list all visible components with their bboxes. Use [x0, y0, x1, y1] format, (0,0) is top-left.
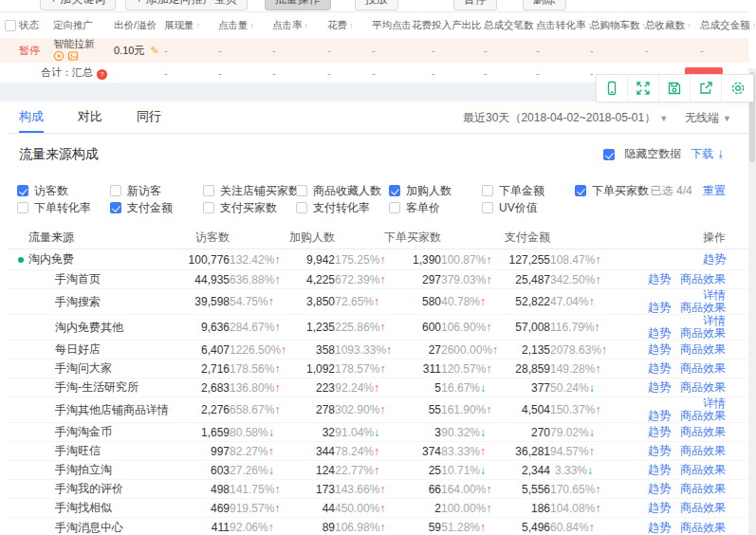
tab-同行[interactable]: 同行 [137, 101, 161, 133]
metric-checkbox[interactable] [17, 185, 28, 196]
metric-checkbox[interactable] [110, 202, 121, 213]
metric-filter-item[interactable]: 下单金额 [482, 182, 575, 199]
metric-filter-item[interactable]: 访客数 [17, 182, 110, 199]
metric-checkbox[interactable] [17, 202, 28, 213]
metric-filter-item[interactable]: 客单价 [389, 199, 482, 216]
download-link[interactable]: 下载 ⭳ [691, 146, 726, 162]
ad-column-header[interactable]: 投入产出比↑ [432, 19, 484, 32]
fullscreen-tool[interactable] [628, 75, 659, 101]
ad-column-header[interactable]: 展现量↑ [164, 19, 218, 32]
save-tool[interactable] [659, 75, 691, 101]
metric-filter-item[interactable]: 支付转化率 [296, 199, 389, 216]
help-icon[interactable]: ? [97, 69, 107, 80]
ad-column-header[interactable]: 总成交金额↑ [700, 19, 753, 32]
op-link[interactable]: 商品效果 [680, 302, 726, 314]
op-link[interactable]: 趋势 [648, 443, 671, 459]
op-link[interactable]: 趋势 [648, 271, 671, 287]
metric-checkbox[interactable] [110, 185, 121, 196]
op-link[interactable]: 商品效果 [680, 379, 726, 396]
ad-column-header[interactable]: 总购物车数↑ [590, 19, 645, 32]
op-link[interactable]: 趋势 [648, 481, 671, 497]
op-link[interactable]: 趋势 [648, 360, 671, 377]
op-link[interactable]: 趋势 [648, 302, 671, 314]
ad-toolbar-button[interactable]: 删除 [523, 0, 566, 10]
op-link[interactable]: 商品效果 [680, 500, 726, 516]
op-link[interactable]: 趋势 [703, 251, 726, 268]
metric-checkbox[interactable] [482, 185, 493, 196]
op-link[interactable]: 趋势 [648, 379, 671, 396]
reset-link[interactable]: 重置 [703, 184, 726, 197]
export-tool[interactable] [691, 75, 722, 101]
ad-column-header[interactable]: 出价/溢价 [114, 19, 164, 32]
sort-arrow-icon[interactable]: ↑ [349, 21, 354, 30]
tab-对比[interactable]: 对比 [78, 101, 102, 133]
ad-column-header[interactable]: 总成交笔数↑ [484, 19, 536, 32]
op-link[interactable]: 商品效果 [680, 462, 726, 478]
op-link[interactable]: 趋势 [648, 462, 671, 478]
creative-image-icon[interactable] [67, 50, 79, 62]
ad-toolbar-button[interactable]: + 添加定向推广宝贝 [125, 0, 247, 10]
ad-toolbar-button[interactable]: + 加关键词 [40, 0, 116, 10]
op-link[interactable]: 商品效果 [680, 443, 726, 459]
hide-empty-checkbox[interactable] [603, 149, 615, 160]
metric-filter-item[interactable]: 关注店铺买家数 [203, 182, 296, 199]
sort-arrow-icon[interactable]: ↑ [196, 21, 201, 30]
metric-checkbox[interactable] [296, 202, 307, 213]
op-link[interactable]: 商品效果 [680, 481, 726, 497]
metric-filter-item[interactable]: 加购人数 [389, 182, 482, 199]
metric-filter-item[interactable]: 支付买家数 [203, 199, 296, 216]
sort-arrow-icon[interactable]: ↑ [752, 21, 756, 30]
op-link[interactable]: 趋势 [648, 500, 671, 516]
settings-tool[interactable] [722, 75, 753, 101]
metric-value: 9,636 [180, 321, 230, 334]
ad-column-header[interactable]: 平均点击花费↑ [372, 19, 432, 32]
metric-filter-item[interactable]: 支付金额 [110, 199, 203, 216]
ad-column-header[interactable]: 点击转化率↑ [536, 19, 590, 32]
metric-filter-item[interactable]: 下单转化率 [17, 199, 110, 216]
op-link[interactable]: 商品效果 [680, 410, 726, 422]
op-link[interactable]: 商品效果 [680, 360, 726, 377]
sort-arrow-icon[interactable]: ↑ [304, 21, 309, 30]
ad-column-header[interactable]: 定向推广 [53, 19, 114, 32]
op-link[interactable]: 趋势 [648, 424, 671, 440]
metric-checkbox[interactable] [203, 202, 214, 213]
op-link[interactable]: 趋势 [648, 410, 671, 422]
op-link[interactable]: 趋势 [648, 520, 671, 535]
metric-checkbox[interactable] [296, 185, 307, 196]
select-all-checkbox[interactable] [5, 20, 16, 31]
ad-toolbar-button[interactable]: 批量操作 [265, 0, 331, 10]
metric-checkbox[interactable] [575, 185, 586, 196]
edit-bid-icon[interactable]: ✎ [150, 45, 158, 56]
metric-checkbox[interactable] [203, 185, 214, 196]
op-link[interactable]: 商品效果 [680, 520, 726, 535]
ad-column-header[interactable]: 点击量↑ [218, 19, 272, 32]
sort-arrow-icon[interactable]: ↑ [250, 21, 255, 30]
ad-toolbar-button[interactable]: 投放 [355, 0, 398, 10]
tab-构成[interactable]: 构成 [19, 101, 44, 133]
op-link[interactable]: 商品效果 [680, 271, 726, 287]
mobile-preview-tool[interactable] [597, 75, 628, 101]
terminal-dropdown[interactable]: 无线端▼ [685, 110, 731, 126]
op-link[interactable]: 商品效果 [680, 327, 726, 340]
metric-filter-item[interactable]: UV价值 [482, 199, 575, 216]
ad-column-header[interactable]: 点击率↑ [272, 19, 327, 32]
sort-arrow-icon[interactable]: ↑ [687, 21, 691, 30]
metric-filter-item[interactable]: 新访客 [110, 182, 203, 199]
ad-toolbar-button[interactable]: 暂停 [453, 0, 497, 10]
ad-column-header[interactable]: 总收藏数↑ [645, 19, 700, 32]
op-link[interactable]: 商品效果 [680, 341, 726, 358]
metric-checkbox[interactable] [389, 202, 400, 213]
ad-table: 状态定向推广出价/溢价展现量↑点击量↑点击率↑花费↑平均点击花费↑投入产出比↑总… [0, 11, 748, 83]
ad-column-header[interactable]: 花费↑ [327, 19, 372, 32]
vertical-scrollbar[interactable] [748, 68, 756, 535]
date-range-dropdown[interactable]: 最近30天（2018-04-02~2018-05-01）▼ [463, 110, 668, 126]
play-circle-icon[interactable] [53, 50, 65, 62]
op-link[interactable]: 商品效果 [680, 424, 726, 440]
metric-filter-item[interactable]: 商品收藏人数 [296, 182, 389, 199]
ad-column-header[interactable]: 状态 [19, 19, 53, 32]
metric-checkbox[interactable] [389, 185, 400, 196]
op-link[interactable]: 趋势 [648, 327, 671, 340]
metric-checkbox[interactable] [482, 202, 493, 213]
op-link[interactable]: 趋势 [648, 341, 671, 358]
ad-column-label: 定向推广 [53, 19, 93, 30]
